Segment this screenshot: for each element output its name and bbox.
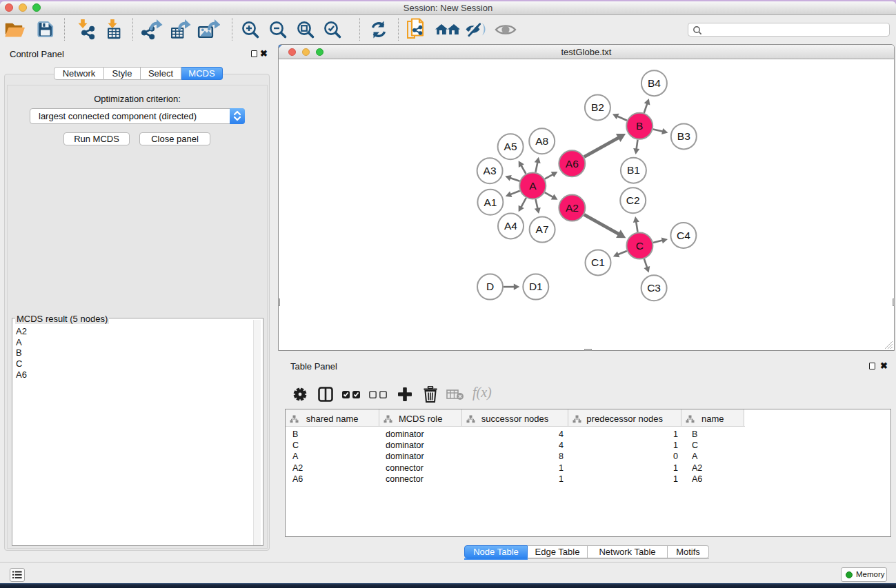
svg-text:C3: C3 [647, 282, 661, 294]
svg-text:A3: A3 [484, 165, 497, 176]
svg-text:D: D [486, 281, 494, 292]
svg-text:A4: A4 [504, 220, 517, 232]
svg-text:B: B [636, 120, 643, 132]
svg-text:A: A [529, 180, 537, 192]
svg-text:B3: B3 [677, 130, 690, 142]
svg-text:A5: A5 [504, 141, 517, 152]
svg-text:A1: A1 [484, 196, 497, 208]
svg-text:A7: A7 [536, 223, 549, 235]
svg-text:C1: C1 [591, 256, 605, 268]
svg-text:A8: A8 [535, 135, 548, 147]
svg-text:D1: D1 [529, 281, 543, 292]
svg-text:C: C [636, 240, 644, 252]
svg-text:A6: A6 [566, 158, 579, 170]
svg-text:C4: C4 [677, 230, 690, 241]
svg-text:B2: B2 [591, 101, 604, 113]
svg-text:C2: C2 [626, 194, 640, 206]
svg-text:A2: A2 [566, 202, 579, 214]
svg-text:B1: B1 [627, 164, 640, 176]
svg-text:B4: B4 [648, 77, 661, 89]
